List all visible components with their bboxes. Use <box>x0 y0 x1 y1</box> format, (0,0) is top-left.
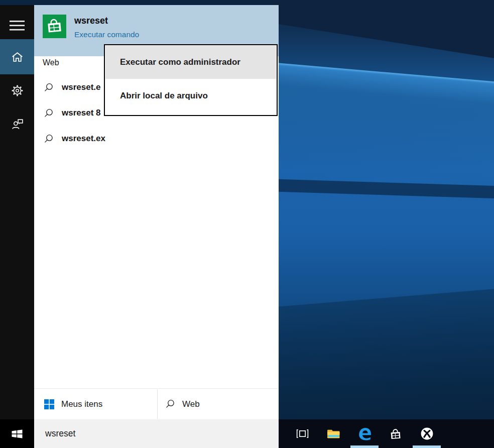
search-icon <box>43 82 54 93</box>
search-icon <box>43 108 54 119</box>
context-menu: Executar como administrador Abrir local … <box>104 44 278 116</box>
start-button[interactable] <box>0 419 34 448</box>
windows-start-icon <box>11 427 24 440</box>
windows-desktop: wsreset Executar comando Web wsreset.e w… <box>0 0 494 448</box>
home-icon <box>11 50 24 64</box>
start-menu-sidebar <box>0 5 34 419</box>
sidebar-item-settings[interactable] <box>0 77 34 104</box>
tab-label: Meus itens <box>61 399 102 409</box>
top-result-subtitle: Executar comando <box>74 30 139 39</box>
search-footer-tabs: Meus itens Web <box>34 388 279 419</box>
taskbar-search-box <box>34 419 279 448</box>
store-button[interactable] <box>380 419 411 448</box>
sidebar-item-feedback[interactable] <box>0 110 34 138</box>
taskbar <box>279 419 494 448</box>
running-app-indicator <box>350 445 379 448</box>
file-explorer-icon <box>326 426 341 441</box>
gear-icon <box>11 84 24 97</box>
store-icon <box>388 426 403 441</box>
windows-store-icon <box>43 15 66 38</box>
windows-flag-icon <box>44 399 54 409</box>
tab-meus-itens[interactable]: Meus itens <box>34 389 157 419</box>
web-section-header: Web <box>43 58 59 67</box>
tab-label: Web <box>182 399 200 409</box>
task-view-icon <box>295 426 310 441</box>
wallpaper-dark-top-beam <box>279 0 494 67</box>
web-suggestion-3[interactable]: wsreset.ex <box>34 130 279 147</box>
running-app-indicator <box>413 445 441 448</box>
search-icon <box>165 399 175 409</box>
tab-web[interactable]: Web <box>158 389 279 419</box>
menu-item-open-file-location[interactable]: Abrir local de arquivo <box>105 79 276 113</box>
sidebar-item-home[interactable] <box>0 39 34 74</box>
hamburger-menu-button[interactable] <box>0 12 34 39</box>
feedback-icon <box>11 118 24 131</box>
menu-item-label: Abrir local de arquivo <box>120 91 208 101</box>
search-input[interactable] <box>45 428 266 439</box>
file-explorer-button[interactable] <box>318 419 349 448</box>
suggestion-text: wsreset.e <box>62 82 101 92</box>
desktop-wallpaper <box>279 0 494 448</box>
xbox-button[interactable] <box>411 419 442 448</box>
edge-button[interactable] <box>349 419 380 448</box>
search-icon <box>43 134 54 144</box>
suggestion-text: wsreset 8 <box>62 108 101 118</box>
hamburger-icon <box>10 20 25 32</box>
menu-item-label: Executar como administrador <box>120 57 240 67</box>
xbox-icon <box>419 426 435 441</box>
edge-icon <box>356 425 373 442</box>
task-view-button[interactable] <box>287 419 318 448</box>
menu-item-run-as-admin[interactable]: Executar como administrador <box>105 46 276 79</box>
top-result-title: wsreset <box>74 16 108 26</box>
suggestion-text: wsreset.ex <box>62 134 105 144</box>
